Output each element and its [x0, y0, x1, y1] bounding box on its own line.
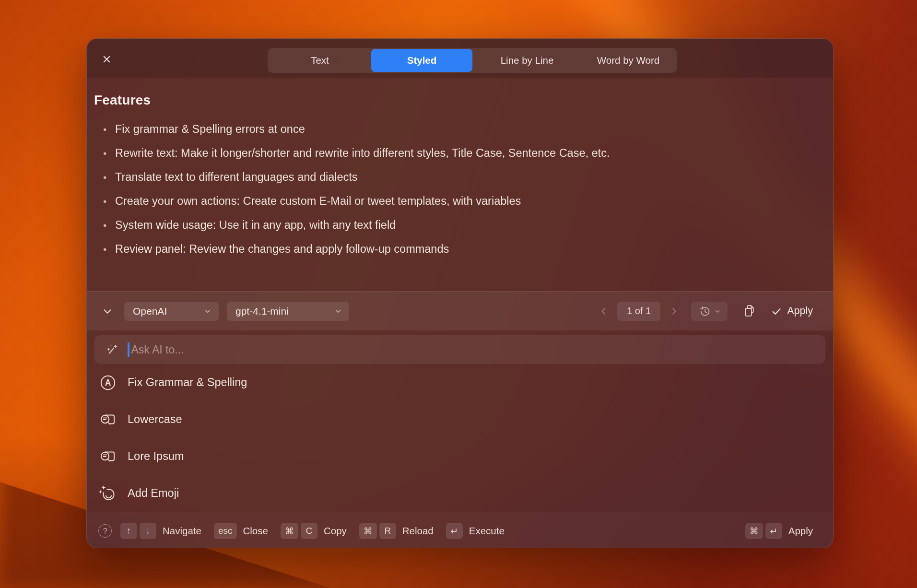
- chevron-down-icon: [102, 306, 113, 317]
- shortcut-label: Reload: [402, 525, 434, 537]
- feature-item: Rewrite text: Make it longer/shorter and…: [94, 144, 814, 162]
- chevron-down-icon: [715, 308, 720, 314]
- close-icon: [101, 54, 112, 65]
- text-search-icon: [98, 447, 118, 466]
- response-content: Features Fix grammar & Spelling errors a…: [87, 78, 833, 291]
- action-item-lowercase[interactable]: Lowercase: [87, 401, 833, 438]
- tab-styled[interactable]: Styled: [371, 49, 472, 72]
- collapse-button[interactable]: [100, 306, 115, 317]
- chevron-right-icon: [669, 306, 679, 316]
- esc-key: esc: [214, 523, 237, 539]
- feature-item: System wide usage: Use it in any app, wi…: [94, 216, 814, 234]
- model-dropdown[interactable]: gpt-4.1-mini: [227, 302, 349, 321]
- view-mode-segmented-control: Text Styled Line by Line Word by Word: [268, 48, 677, 73]
- c-key: C: [301, 523, 317, 539]
- feature-item: Review panel: Review the changes and app…: [94, 240, 814, 258]
- a-circle-icon: A: [98, 374, 118, 392]
- action-item-lore-ipsum[interactable]: Lore Ipsum: [87, 438, 833, 475]
- close-button[interactable]: [99, 52, 114, 66]
- text-search-icon: [98, 411, 118, 429]
- shortcut-label: Navigate: [163, 525, 201, 537]
- magic-wand-icon: [106, 343, 119, 356]
- shortcut-label: Close: [243, 525, 268, 537]
- shortcut-label: Copy: [324, 525, 347, 537]
- emoji-sparkle-icon: [98, 484, 118, 503]
- help-button[interactable]: ?: [98, 524, 112, 538]
- shortcut-reload: ⌘ R Reload: [359, 523, 434, 539]
- feature-item: Fix grammar & Spelling errors at once: [94, 120, 814, 138]
- feature-item: Create your own actions: Create custom E…: [94, 192, 814, 210]
- arrow-up-key: ↑: [120, 523, 137, 539]
- copy-icon: [742, 304, 757, 318]
- history-dropdown[interactable]: [691, 302, 728, 321]
- command-area: Ask AI to... A Fix Grammar & Spelling: [87, 330, 833, 512]
- ai-command-window: Text Styled Line by Line Word by Word Fe…: [86, 38, 834, 548]
- apply-button-label: Apply: [787, 305, 813, 317]
- command-key: ⌘: [281, 523, 298, 539]
- shortcut-copy: ⌘ C Copy: [281, 523, 347, 539]
- title-bar: Text Styled Line by Line Word by Word: [87, 39, 833, 78]
- provider-dropdown[interactable]: OpenAI: [124, 302, 219, 321]
- return-key: ↵: [446, 523, 463, 539]
- return-key: ↵: [765, 523, 782, 539]
- chevron-down-icon: [335, 308, 341, 315]
- shortcut-label: Apply: [788, 525, 813, 537]
- shortcut-apply: ⌘ ↵ Apply: [745, 523, 813, 539]
- prompt-input[interactable]: Ask AI to...: [94, 335, 825, 364]
- action-label: Add Emoji: [128, 487, 179, 500]
- history-clock-icon: [699, 305, 711, 318]
- svg-text:A: A: [105, 378, 111, 388]
- action-label: Lore Ipsum: [128, 450, 184, 463]
- action-item-fix-grammar[interactable]: A Fix Grammar & Spelling: [87, 364, 833, 401]
- copy-result-button[interactable]: [742, 304, 757, 318]
- chevron-left-icon: [599, 306, 609, 316]
- model-toolbar: OpenAI gpt-4.1-mini 1 of 1: [87, 291, 833, 330]
- shortcut-label: Execute: [469, 525, 505, 537]
- provider-dropdown-value: OpenAI: [133, 306, 167, 317]
- checkmark-icon: [771, 306, 782, 317]
- command-key: ⌘: [745, 523, 763, 539]
- model-dropdown-value: gpt-4.1-mini: [235, 306, 289, 317]
- action-label: Lowercase: [128, 413, 182, 426]
- command-key: ⌘: [359, 523, 377, 539]
- shortcut-navigate: ↑ ↓ Navigate: [120, 523, 201, 539]
- tab-line-by-line[interactable]: Line by Line: [472, 49, 582, 72]
- feature-item: Translate text to different languages an…: [94, 168, 814, 186]
- action-label: Fix Grammar & Spelling: [128, 376, 247, 389]
- next-result-button[interactable]: [667, 306, 681, 316]
- r-key: R: [379, 523, 396, 539]
- shortcut-close: esc Close: [214, 523, 268, 539]
- chevron-down-icon: [204, 308, 211, 315]
- arrow-down-key: ↓: [140, 523, 156, 539]
- tab-word-by-word[interactable]: Word by Word: [582, 49, 674, 72]
- previous-result-button[interactable]: [597, 306, 611, 316]
- features-list: Fix grammar & Spelling errors at once Re…: [94, 120, 814, 258]
- pagination-counter: 1 of 1: [617, 302, 660, 321]
- shortcut-execute: ↵ Execute: [446, 523, 505, 539]
- prompt-placeholder: Ask AI to...: [131, 343, 184, 356]
- action-item-add-emoji[interactable]: Add Emoji: [87, 475, 833, 512]
- tab-text[interactable]: Text: [269, 49, 371, 72]
- apply-button[interactable]: Apply: [771, 305, 813, 317]
- shortcut-status-bar: ? ↑ ↓ Navigate esc Close ⌘ C Copy ⌘ R Re…: [87, 512, 833, 548]
- features-heading: Features: [94, 93, 814, 108]
- text-caret: [128, 342, 129, 357]
- question-mark-icon: ?: [103, 527, 107, 536]
